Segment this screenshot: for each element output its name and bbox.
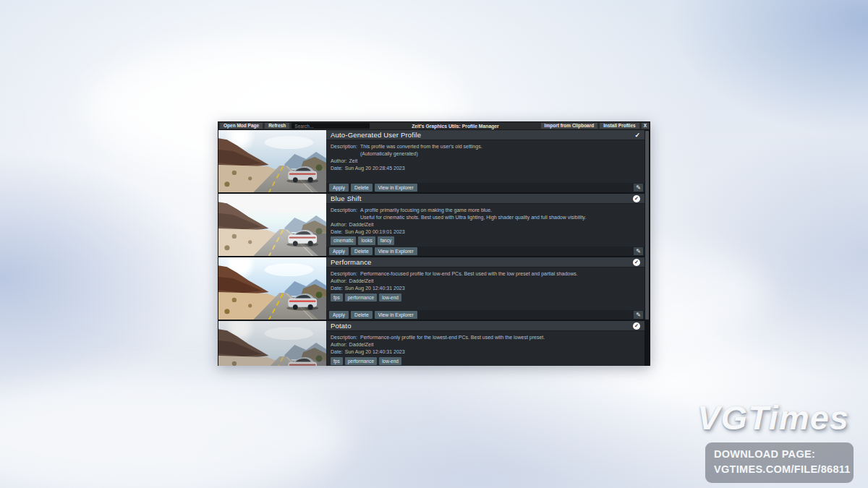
applied-check-icon: ✓	[633, 259, 640, 266]
profile-row: Auto-Generated User Profile ✓ Descriptio…	[218, 130, 644, 194]
description-line: Useful for cinematic shots. Best used wi…	[360, 214, 640, 221]
date-label: Date:	[331, 166, 343, 171]
author-line: Author:DaddelZeit	[331, 341, 640, 348]
action-bar: ApplyDeleteView in Explorer✎	[326, 183, 644, 192]
date-line: Date:Sun Aug 20 12:40:31 2023	[331, 348, 640, 356]
open-mod-page-button[interactable]: Open Mod Page	[220, 123, 263, 129]
profile-content: Blue Shift ✓ Description: A profile prim…	[326, 194, 644, 256]
window-titlebar: Open Mod Page Refresh Zeit's Graphics Ut…	[218, 122, 650, 130]
description-row: Description: Performance-focused profile…	[331, 270, 640, 278]
author-line: Author:DaddelZeit	[331, 221, 640, 228]
profile-row: Potato ✓ Description: Performance-only p…	[218, 321, 644, 366]
profile-content: Performance ✓ Description: Performance-f…	[326, 257, 644, 320]
description-row: Description: A profile primarily focusin…	[331, 207, 640, 221]
apply-button[interactable]: Apply	[329, 311, 349, 319]
window-body: Auto-Generated User Profile ✓ Descriptio…	[218, 130, 650, 366]
description-lines: Performance-focused profile for low-end …	[360, 270, 640, 278]
tag-fancy: fancy	[378, 236, 395, 245]
import-from-clipboard-button[interactable]: Import from Clipboard	[541, 123, 598, 129]
vgtimes-logo: VGTimes	[697, 398, 849, 437]
author-label: Author:	[331, 278, 347, 283]
refresh-button[interactable]: Refresh	[265, 123, 289, 129]
author-label: Author:	[331, 342, 347, 347]
tag-row: fpsperformancelow-end	[331, 357, 640, 366]
tag-cinematic: cinematic	[331, 236, 356, 245]
profile-thumbnail	[218, 321, 326, 366]
tag-row: cinematiclooksfancy	[331, 236, 640, 245]
description-lines: A profile primarily focusing on making t…	[360, 207, 640, 221]
date-label: Date:	[331, 229, 343, 234]
scrollbar-thumb[interactable]	[645, 131, 649, 320]
profile-header: Blue Shift ✓	[326, 194, 644, 204]
author-value: DaddelZeit	[349, 222, 374, 227]
profile-row: Blue Shift ✓ Description: A profile prim…	[218, 194, 644, 257]
desert-road-scene	[218, 321, 326, 366]
description-label: Description:	[331, 207, 357, 221]
edit-profile-button[interactable]: ✎	[634, 247, 643, 255]
tag-performance: performance	[345, 294, 378, 302]
date-value: Sun Aug 20 20:28:45 2023	[345, 166, 405, 171]
profile-title: Auto-Generated User Profile	[331, 131, 421, 139]
profile-content: Potato ✓ Description: Performance-only p…	[326, 321, 644, 366]
view-in-explorer-button[interactable]: View in Explorer	[375, 184, 417, 192]
profile-thumbnail	[218, 130, 326, 192]
author-value: Zeit	[349, 158, 358, 163]
applied-check-icon: ✓	[634, 132, 640, 139]
description-line: Performance-only profile for the lowest-…	[360, 334, 640, 341]
profile-details: Description: Performance-only profile fo…	[326, 331, 644, 366]
desert-road-scene	[218, 257, 326, 320]
apply-button[interactable]: Apply	[329, 247, 349, 255]
search-input[interactable]	[292, 123, 370, 129]
cloud-shape	[0, 376, 347, 488]
description-lines: Performance-only profile for the lowest-…	[360, 334, 640, 341]
profile-title: Performance	[331, 258, 372, 266]
author-label: Author:	[331, 158, 347, 163]
edit-profile-button[interactable]: ✎	[634, 311, 643, 319]
tag-looks: looks	[358, 236, 375, 245]
download-page-box: DOWNLOAD PAGE: VGTIMES.COM/FILE/86811	[705, 442, 854, 483]
profile-details: Description: Performance-focused profile…	[326, 267, 644, 310]
close-button[interactable]: X	[642, 123, 649, 129]
download-page-label: DOWNLOAD PAGE:	[714, 447, 845, 462]
profile-header: Potato ✓	[326, 321, 644, 331]
date-label: Date:	[331, 286, 343, 291]
profile-details: Description: A profile primarily focusin…	[326, 204, 644, 247]
date-line: Date:Sun Aug 20 20:28:45 2023	[331, 165, 640, 172]
tag-row: fpsperformancelow-end	[331, 294, 640, 302]
description-row: Description: Performance-only profile fo…	[331, 334, 640, 341]
edit-profile-button[interactable]: ✎	[634, 184, 643, 192]
applied-check-icon: ✓	[633, 195, 640, 202]
tag-performance: performance	[345, 357, 378, 366]
description-row: Description: This profile was converted …	[331, 143, 640, 157]
date-value: Sun Aug 20 12:40:31 2023	[345, 286, 405, 291]
scrollbar[interactable]	[644, 130, 650, 366]
date-value: Sun Aug 20 00:19:01 2023	[345, 229, 405, 234]
tag-low-end: low-end	[379, 294, 401, 302]
date-label: Date:	[331, 349, 343, 354]
profile-title: Potato	[331, 322, 352, 330]
profile-manager-window: Open Mod Page Refresh Zeit's Graphics Ut…	[218, 121, 650, 366]
description-label: Description:	[331, 270, 357, 278]
install-profiles-button[interactable]: Install Profiles	[600, 123, 639, 129]
window-title: Zeit's Graphics Utils: Profile Manager	[371, 122, 539, 129]
delete-button[interactable]: Delete	[351, 311, 373, 319]
description-label: Description:	[331, 143, 357, 157]
apply-button[interactable]: Apply	[329, 184, 349, 192]
view-in-explorer-button[interactable]: View in Explorer	[375, 247, 417, 255]
profile-title: Blue Shift	[331, 194, 362, 202]
delete-button[interactable]: Delete	[351, 247, 373, 255]
profile-thumbnail	[218, 194, 326, 256]
date-line: Date:Sun Aug 20 00:19:01 2023	[331, 228, 640, 236]
description-line: A profile primarily focusing on making t…	[360, 207, 640, 214]
applied-check-icon: ✓	[633, 322, 640, 330]
tag-fps: fps	[331, 357, 343, 366]
description-line: (Automatically generated)	[360, 150, 640, 158]
author-value: DaddelZeit	[349, 342, 374, 347]
profile-details: Description: This profile was converted …	[326, 140, 644, 183]
desert-road-scene	[218, 194, 326, 256]
author-line: Author:Zeit	[331, 158, 640, 165]
delete-button[interactable]: Delete	[351, 184, 373, 192]
description-line: Performance-focused profile for low-end …	[360, 270, 640, 278]
tag-low-end: low-end	[379, 357, 401, 366]
view-in-explorer-button[interactable]: View in Explorer	[375, 311, 417, 319]
